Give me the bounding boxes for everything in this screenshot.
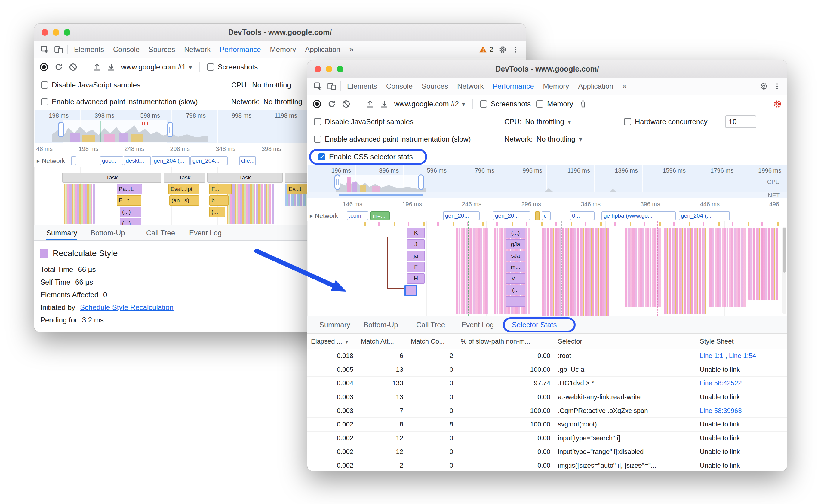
table-row[interactable]: 0.018 6 2 0.00 :root Line 1:1 , Line 1:5… xyxy=(307,349,787,363)
flame-entry[interactable]: (... xyxy=(506,285,525,295)
flame-entry[interactable]: sJa xyxy=(506,251,525,261)
load-profile-icon[interactable] xyxy=(366,100,375,109)
cpu-throttling-group[interactable]: CPU:No throttling xyxy=(504,118,571,126)
tab-memory[interactable]: Memory xyxy=(266,45,301,54)
tab-bottom-up[interactable]: Bottom-Up xyxy=(91,225,125,240)
col-selector[interactable]: Selector xyxy=(554,334,696,349)
paint-instrumentation-checkbox[interactable]: Enable advanced paint instrumentation (s… xyxy=(41,98,198,106)
disclosure-triangle-icon[interactable] xyxy=(310,212,313,219)
checkbox-box[interactable] xyxy=(314,118,321,125)
flame-entry[interactable]: b... xyxy=(209,195,228,206)
network-throttling-group[interactable]: Network:No throttling xyxy=(504,135,582,143)
table-row[interactable]: 0.002 12 0 0.00 input[type="range" i]:di… xyxy=(307,445,787,459)
zoom-button[interactable] xyxy=(64,29,70,36)
flame-task[interactable]: Task xyxy=(164,172,205,183)
network-track-label[interactable]: Network xyxy=(37,157,65,164)
table-row[interactable]: 0.005 13 0 100.00 .gb_Uc a Unable to lin… xyxy=(307,363,787,377)
network-request[interactable]: deskt... xyxy=(124,156,151,165)
flame-entry[interactable]: Ev...t xyxy=(287,184,308,194)
disable-js-checkbox[interactable]: Disable JavaScript samples xyxy=(314,118,413,126)
checkbox-box[interactable] xyxy=(41,98,48,106)
checkbox-box[interactable] xyxy=(207,64,214,71)
flame-entry[interactable]: (...) xyxy=(506,228,525,238)
hardware-concurrency-input[interactable] xyxy=(725,115,756,128)
inspect-icon[interactable] xyxy=(38,45,52,54)
more-tabs-icon[interactable] xyxy=(345,45,358,54)
close-button[interactable] xyxy=(41,29,48,36)
table-row[interactable]: 0.003 13 0 0.00 a:-webkit-any-link:read-… xyxy=(307,390,787,404)
more-tabs-icon[interactable] xyxy=(618,82,631,91)
flame-task[interactable]: Task xyxy=(207,172,283,183)
tab-call-tree[interactable]: Call Tree xyxy=(146,225,175,240)
network-request[interactable]: m=... xyxy=(371,211,390,220)
device-toolbar-icon[interactable] xyxy=(325,82,339,91)
table-row[interactable]: 0.004 133 0 97.74 .HG1dvd > * Line 58:42… xyxy=(307,377,787,390)
flame-entry[interactable]: F xyxy=(407,262,425,272)
network-track-label[interactable]: Network xyxy=(310,212,338,219)
style-sheet-link[interactable]: Line 1:54 xyxy=(729,352,756,360)
network-request[interactable] xyxy=(71,156,76,165)
close-button[interactable] xyxy=(315,66,321,73)
overview-left-handle[interactable] xyxy=(334,174,340,190)
flame-entry[interactable]: gJa xyxy=(506,239,525,249)
tab-elements[interactable]: Elements xyxy=(70,45,109,54)
tab-performance[interactable]: Performance xyxy=(488,82,538,91)
screenshots-checkbox[interactable]: Screenshots xyxy=(207,63,258,71)
tab-application[interactable]: Application xyxy=(300,45,345,54)
tab-network[interactable]: Network xyxy=(452,82,488,91)
network-request[interactable]: .com xyxy=(347,211,369,220)
tab-sources[interactable]: Sources xyxy=(144,45,180,54)
memory-checkbox[interactable]: Memory xyxy=(536,100,573,108)
tab-sources[interactable]: Sources xyxy=(417,82,452,91)
overview-right-handle[interactable] xyxy=(418,174,424,190)
table-row[interactable]: 0.002 12 0 0.00 input[type="search" i] U… xyxy=(307,431,787,446)
col-match-attempts[interactable]: Match Att... xyxy=(357,334,407,349)
col-elapsed[interactable]: Elapsed ... xyxy=(307,334,357,349)
checkbox-box[interactable] xyxy=(480,100,487,108)
flame-entry[interactable]: ja xyxy=(407,251,425,261)
network-request[interactable] xyxy=(535,211,540,220)
kebab-menu-icon[interactable] xyxy=(512,46,520,53)
flame-entry[interactable]: E...t xyxy=(117,195,141,206)
tab-call-tree[interactable]: Call Tree xyxy=(416,317,445,333)
style-sheet-link[interactable]: Line 58:39963 xyxy=(700,407,742,415)
network-request[interactable]: 0... xyxy=(570,211,595,220)
tab-bottom-up[interactable]: Bottom-Up xyxy=(364,317,398,333)
style-sheet-link[interactable]: Line 58:42522 xyxy=(700,379,742,387)
clear-icon[interactable] xyxy=(342,100,351,109)
flame-entry[interactable]: (... xyxy=(209,207,225,217)
kebab-menu-icon[interactable] xyxy=(773,82,781,90)
col-match-count[interactable]: Match Co... xyxy=(407,334,457,349)
flame-chart[interactable]: K J ja F H (...) gJa sJa m... v... (... … xyxy=(307,222,787,316)
inspect-icon[interactable] xyxy=(311,82,325,91)
tab-event-log[interactable]: Event Log xyxy=(189,225,222,240)
timeline-overview[interactable]: 196 ms 396 ms 596 ms 796 ms 996 ms 1196 … xyxy=(307,165,787,198)
checkbox-box[interactable] xyxy=(536,100,543,108)
tab-summary[interactable]: Summary xyxy=(46,225,77,240)
col-slow-path[interactable]: % of slow-path non-m... xyxy=(457,334,554,349)
tab-application[interactable]: Application xyxy=(574,82,618,91)
style-sheet-link[interactable]: Line 1:1 xyxy=(700,352,723,360)
cpu-throttling-group[interactable]: CPU:No throttling xyxy=(231,81,291,89)
settings-gear-icon[interactable] xyxy=(498,45,507,54)
warning-icon[interactable] xyxy=(479,45,487,54)
col-style-sheet[interactable]: Style Sheet xyxy=(696,334,785,349)
flame-entry[interactable]: H xyxy=(407,273,425,284)
paint-instrumentation-checkbox[interactable]: Enable advanced paint instrumentation (s… xyxy=(314,135,471,143)
flame-entry[interactable]: J xyxy=(407,239,425,249)
overview-right-handle[interactable] xyxy=(167,122,173,137)
capture-settings-gear-icon[interactable] xyxy=(772,99,782,109)
tab-selector-stats[interactable]: Selector Stats xyxy=(512,317,557,333)
css-selector-stats-checkbox[interactable]: Enable CSS selector stats xyxy=(318,153,413,161)
device-toolbar-icon[interactable] xyxy=(52,45,66,54)
network-request[interactable]: gen_204 (... xyxy=(679,211,730,220)
selected-flame-entry[interactable] xyxy=(405,285,417,296)
network-request[interactable]: gen_204... xyxy=(190,156,228,165)
network-request[interactable]: ge hpba (www.go... xyxy=(602,211,676,220)
screenshots-checkbox[interactable]: Screenshots xyxy=(480,100,531,108)
issues-count[interactable]: 2 xyxy=(490,46,493,53)
tab-console[interactable]: Console xyxy=(109,45,144,54)
flame-entry[interactable]: (...) xyxy=(120,218,141,225)
load-profile-icon[interactable] xyxy=(92,62,101,72)
clear-icon[interactable] xyxy=(69,62,78,72)
